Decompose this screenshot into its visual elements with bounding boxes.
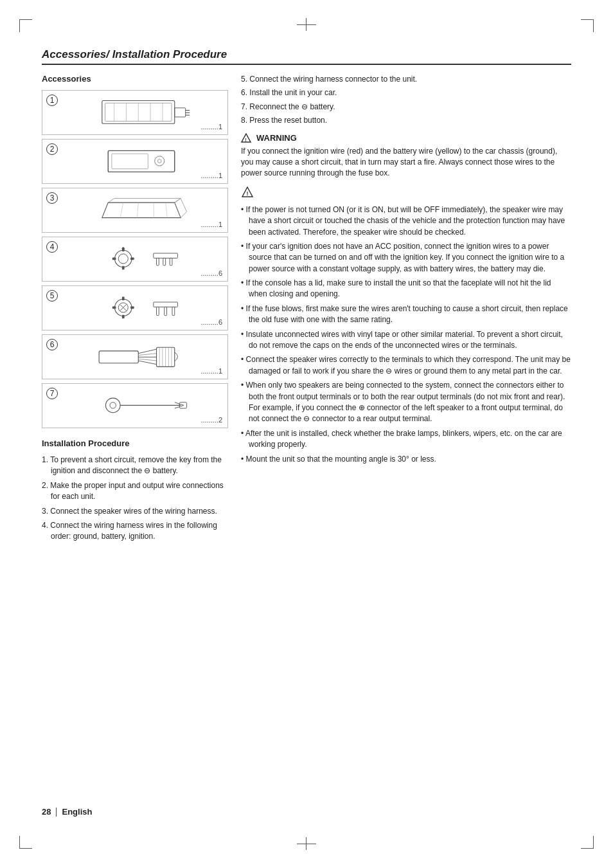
svg-rect-35 [122, 297, 125, 301]
svg-rect-44 [172, 307, 175, 316]
accessory-image-7 [60, 389, 222, 422]
accessory-count-6: .........1 [200, 367, 222, 375]
accessory-image-4 [60, 242, 222, 276]
caution-item-4: If the fuse blows, first make sure the w… [241, 303, 571, 326]
install-step-4: Connect the wiring harness wires in the … [42, 520, 228, 543]
accessory-item-3: 3 .........1 [42, 188, 228, 233]
svg-line-50 [138, 361, 156, 365]
caution-section: ! [241, 186, 571, 201]
accessory-item-1: 1 [42, 90, 228, 135]
warning-triangle-icon: ! [241, 133, 251, 143]
svg-line-20 [154, 203, 154, 218]
caution-item-7: When only two speakers are being connect… [241, 380, 571, 425]
caution-item-2: If your car's ignition does not have an … [241, 241, 571, 275]
caution-list: If the power is not turned ON (or it is … [241, 204, 571, 465]
svg-rect-26 [112, 258, 116, 260]
svg-rect-25 [122, 266, 125, 270]
svg-marker-16 [108, 199, 181, 203]
accessory-item-7: 7 .........2 [42, 383, 228, 428]
svg-marker-15 [102, 203, 181, 218]
svg-rect-29 [154, 253, 178, 258]
accessory-count-5: .........6 [200, 318, 222, 326]
corner-mark-tr [574, 19, 594, 39]
svg-rect-38 [130, 307, 134, 309]
svg-rect-7 [175, 108, 186, 117]
accessory-item-2: 2 .........1 [42, 139, 228, 184]
corner-mark-bl [19, 829, 39, 849]
installation-steps: To prevent a short circuit, remove the k… [42, 455, 228, 543]
accessory-count-1: .........1 [200, 123, 222, 131]
page-footer: 28 English [42, 807, 92, 817]
page-number: 28 [42, 807, 51, 817]
accessory-count-2: .........1 [200, 172, 222, 179]
left-column: Accessories 1 [42, 74, 228, 546]
corner-mark-br [574, 829, 594, 849]
accessory-item-6: 6 [42, 334, 228, 379]
svg-line-19 [137, 203, 138, 218]
svg-line-46 [138, 349, 156, 354]
right-column: 5. Connect the wiring harness connector … [241, 74, 571, 546]
page-content: Accessories/ Installation Procedure Acce… [42, 48, 571, 820]
right-step-7: 7. Reconnect the ⊖ battery. [241, 102, 571, 113]
accessory-count-3: .........1 [200, 221, 222, 228]
accessory-number-5: 5 [46, 290, 58, 302]
right-step-6: 6. Install the unit in your car. [241, 87, 571, 98]
accessory-image-1 [60, 96, 222, 129]
accessory-number-3: 3 [46, 192, 58, 204]
install-step-2: Make the proper input and output wire co… [42, 480, 228, 503]
corner-mark-tl [19, 19, 39, 39]
accessories-header: Accessories [42, 74, 228, 84]
accessory-image-2 [60, 145, 222, 178]
svg-text:!: ! [247, 190, 249, 197]
caution-item-6: Connect the speaker wires correctly to t… [241, 354, 571, 377]
install-step-3: Connect the speaker wires of the wiring … [42, 506, 228, 517]
installation-section: Installation Procedure To prevent a shor… [42, 439, 228, 543]
svg-rect-41 [154, 302, 178, 307]
accessory-number-4: 4 [46, 241, 58, 253]
accessory-item-4: 4 [42, 237, 228, 282]
svg-line-47 [138, 354, 156, 356]
warning-title: ! WARNING [241, 133, 571, 143]
caution-item-8: After the unit is installed, check wheth… [241, 428, 571, 451]
warning-box: ! WARNING If you connect the ignition wi… [241, 133, 571, 179]
right-step-8: 8. Press the reset button. [241, 115, 571, 126]
svg-rect-30 [157, 258, 159, 266]
svg-line-18 [120, 203, 123, 218]
svg-point-58 [110, 402, 116, 408]
svg-rect-12 [112, 154, 148, 169]
svg-line-21 [166, 203, 168, 218]
page-language: English [62, 807, 92, 817]
svg-point-14 [157, 159, 161, 163]
svg-rect-43 [164, 307, 167, 316]
accessory-count-7: .........2 [200, 416, 222, 424]
caution-triangle-icon: ! [241, 186, 254, 199]
accessory-image-3 [60, 194, 222, 227]
install-step-1: To prevent a short circuit, remove the k… [42, 455, 228, 477]
warning-text: If you connect the ignition wire (red) a… [241, 146, 571, 179]
svg-rect-36 [122, 315, 125, 319]
svg-point-13 [155, 156, 164, 166]
svg-rect-37 [112, 307, 116, 309]
accessory-count-4: .........6 [200, 269, 222, 277]
installation-header: Installation Procedure [42, 439, 228, 448]
svg-rect-42 [157, 307, 159, 316]
accessory-number-1: 1 [46, 95, 58, 106]
caution-item-9: Mount the unit so that the mounting angl… [241, 454, 571, 465]
right-step-5: 5. Connect the wiring harness connector … [241, 74, 571, 85]
svg-line-49 [138, 359, 156, 361]
svg-rect-32 [170, 258, 172, 266]
caution-item-5: Insulate unconnected wires with vinyl ta… [241, 329, 571, 352]
svg-rect-45 [99, 351, 138, 363]
svg-text:!: ! [245, 136, 247, 142]
caution-item-1: If the power is not turned ON (or it is … [241, 204, 571, 238]
two-column-layout: Accessories 1 [42, 74, 571, 546]
accessory-image-5 [60, 291, 222, 325]
right-steps-list: 5. Connect the wiring harness connector … [241, 74, 571, 127]
accessory-image-6 [60, 340, 222, 374]
footer-divider [56, 808, 57, 817]
accessory-item-5: 5 [42, 285, 228, 330]
svg-rect-27 [130, 258, 134, 260]
accessory-number-6: 6 [46, 339, 58, 350]
svg-point-57 [105, 398, 120, 413]
svg-point-23 [118, 254, 128, 264]
